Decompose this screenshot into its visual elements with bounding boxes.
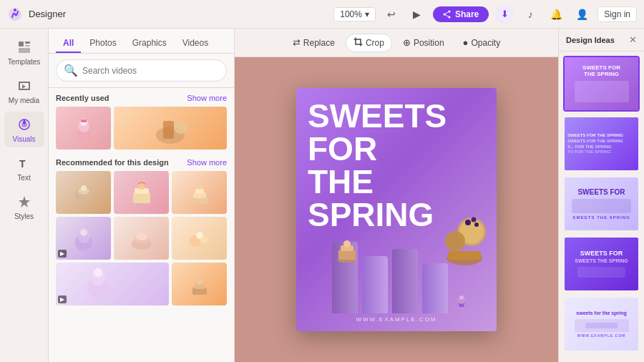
thumb-image — [172, 263, 227, 305]
search-input[interactable] — [82, 66, 219, 76]
zoom-control[interactable]: 100% ▾ — [333, 7, 376, 21]
panel-tabs: All Photos Graphics Videos — [49, 29, 234, 54]
list-item[interactable] — [114, 171, 169, 214]
crop-button[interactable]: Crop — [346, 34, 392, 52]
pillar-2 — [362, 256, 388, 313]
thumb-image — [114, 217, 169, 260]
audio-icon: ♪ — [528, 9, 533, 20]
profile-button[interactable]: 👤 — [572, 4, 592, 24]
recently-used-header: Recently used Show more — [56, 94, 227, 102]
list-item[interactable] — [172, 217, 227, 260]
design-idea-4[interactable]: SWEETS FOR SWEETS THE SPRING — [563, 236, 640, 292]
replace-button[interactable]: ⇄ Replace — [285, 34, 343, 52]
svg-rect-24 — [133, 192, 150, 203]
svg-point-53 — [474, 222, 479, 227]
crop-label: Crop — [366, 38, 384, 48]
list-item[interactable]: ▶ — [56, 217, 111, 260]
svg-line-6 — [444, 14, 449, 17]
right-panel-header: Design Ideas ✕ — [559, 29, 644, 52]
close-design-ideas-button[interactable]: ✕ — [629, 34, 637, 45]
svg-rect-9 — [25, 45, 30, 47]
main-area: Templates My media Visuals T Text — [0, 29, 644, 362]
list-item[interactable] — [56, 107, 111, 150]
svg-rect-50 — [448, 251, 481, 260]
design-idea-3[interactable]: SWEETS FOR SWEETS THE SPRING — [563, 176, 640, 232]
list-item[interactable] — [172, 263, 227, 305]
canvas-area: SWEETSFORTHESPRING — [235, 57, 558, 362]
redo-button[interactable]: ▶ — [407, 4, 427, 24]
position-button[interactable]: ⊕ Position — [395, 34, 452, 52]
list-item[interactable] — [114, 217, 169, 260]
design-idea-2[interactable]: Sweets for the spring Sweets for the spr… — [563, 116, 640, 172]
svg-rect-45 — [197, 280, 203, 285]
recommended-show-more[interactable]: Show more — [187, 158, 227, 167]
position-icon: ⊕ — [403, 37, 411, 48]
share-button[interactable]: Share — [433, 6, 489, 22]
titlebar: Designer 100% ▾ ↩ ▶ Share ⬇ ♪ 🔔 👤 Sign i… — [0, 0, 644, 29]
download-button[interactable]: ⬇ — [494, 4, 514, 24]
design-idea-5[interactable]: sweets for the spring WWW.EXAMPLE.COM — [563, 296, 640, 352]
thumb-image — [172, 217, 227, 260]
recommended-header: Recommended for this design Show more — [56, 158, 227, 167]
undo-button[interactable]: ↩ — [381, 4, 401, 24]
panel-content: Recently used Show more Recommended for … — [49, 88, 234, 362]
styles-icon — [16, 193, 33, 210]
svg-point-19 — [174, 122, 188, 134]
svg-line-5 — [444, 11, 449, 14]
list-item[interactable]: ▶ — [56, 263, 169, 305]
app-logo — [7, 6, 23, 22]
opacity-label: Opacity — [471, 38, 500, 48]
design-ideas-title: Design Ideas — [566, 36, 615, 44]
svg-point-51 — [465, 220, 471, 225]
thumb-image — [172, 171, 227, 214]
opacity-button[interactable]: ● Opacity — [455, 34, 509, 52]
signin-button[interactable]: Sign in — [597, 6, 637, 22]
svg-point-33 — [80, 229, 87, 236]
list-item[interactable] — [172, 171, 227, 214]
svg-point-59 — [459, 295, 464, 300]
search-bar: 🔍 — [49, 54, 234, 88]
search-icon: 🔍 — [64, 64, 78, 77]
tab-graphics[interactable]: Graphics — [125, 34, 174, 53]
sidebar-item-text[interactable]: T Text — [4, 150, 44, 186]
templates-label: Templates — [8, 58, 41, 66]
sidebar-item-my-media[interactable]: My media — [4, 73, 44, 109]
design-ideas-list: Sweets for the spring Sweets for the spr… — [559, 52, 644, 362]
zoom-chevron-icon: ▾ — [365, 9, 369, 19]
replace-icon: ⇄ — [293, 37, 301, 48]
svg-rect-8 — [25, 41, 30, 44]
profile-icon: 👤 — [576, 9, 588, 20]
icon-rail: Templates My media Visuals T Text — [0, 29, 49, 362]
zoom-value: 100% — [340, 9, 362, 19]
tab-all[interactable]: All — [56, 34, 81, 53]
list-item[interactable] — [114, 107, 227, 150]
search-input-wrap[interactable]: 🔍 — [56, 59, 227, 82]
list-item[interactable] — [56, 171, 111, 214]
share-label: Share — [455, 9, 479, 19]
styles-label: Styles — [14, 212, 34, 220]
design-idea-1[interactable]: Sweets for the spring — [563, 56, 640, 112]
notification-button[interactable]: 🔔 — [546, 4, 566, 24]
tab-photos[interactable]: Photos — [82, 34, 123, 53]
visuals-label: Visuals — [12, 135, 35, 143]
svg-point-1 — [14, 9, 16, 11]
toolbar-area: ⇄ Replace Crop ⊕ Position ● Opacity — [235, 29, 558, 362]
audio-button[interactable]: ♪ — [520, 4, 540, 24]
canvas-url: WWW.EXAMPLE.COM — [356, 316, 436, 323]
sidebar-item-styles[interactable]: Styles — [4, 189, 44, 225]
sidebar-item-visuals[interactable]: Visuals — [4, 112, 44, 147]
left-panel: All Photos Graphics Videos 🔍 Recently us… — [49, 29, 235, 362]
pillar-3 — [392, 249, 418, 313]
svg-rect-20 — [163, 121, 174, 139]
tab-videos[interactable]: Videos — [175, 34, 215, 53]
svg-rect-7 — [19, 41, 24, 47]
svg-point-26 — [139, 184, 145, 190]
canvas[interactable]: SWEETSFORTHESPRING — [296, 88, 497, 331]
app-name: Designer — [29, 9, 66, 19]
design-idea-inner-1: Sweets for the spring — [565, 57, 638, 110]
sidebar-item-templates[interactable]: Templates — [4, 34, 44, 70]
video-badge: ▶ — [58, 295, 67, 303]
svg-rect-10 — [19, 48, 30, 53]
recently-used-show-more[interactable]: Show more — [187, 94, 227, 102]
recommended-grid: ▶ ▶ — [56, 171, 227, 305]
